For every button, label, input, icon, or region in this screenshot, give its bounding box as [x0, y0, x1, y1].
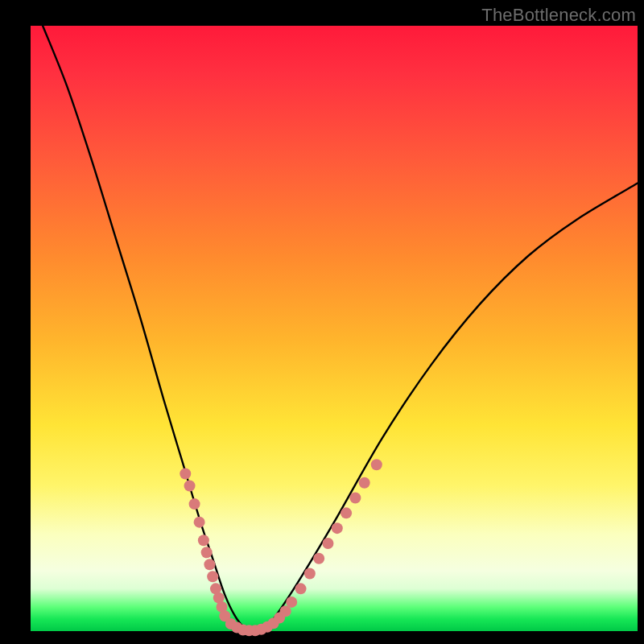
chart-frame: TheBottleneck.com — [0, 0, 644, 644]
highlight-dot — [286, 597, 297, 608]
chart-svg — [31, 26, 638, 631]
highlight-dot — [304, 568, 316, 580]
highlight-dot — [313, 553, 324, 564]
highlight-dot — [349, 493, 361, 504]
highlight-dot — [194, 517, 205, 528]
highlight-dots-right — [286, 459, 382, 608]
highlight-dot — [295, 583, 307, 594]
highlight-dot — [180, 468, 191, 479]
plot-area — [31, 26, 638, 631]
highlight-dot — [371, 459, 382, 470]
highlight-dots-bottom — [225, 605, 291, 636]
watermark-text: TheBottleneck.com — [481, 5, 636, 26]
highlight-dot — [189, 498, 200, 510]
highlight-dot — [198, 535, 209, 546]
highlight-dot — [332, 522, 343, 534]
bottleneck-curve-path — [43, 26, 638, 633]
highlight-dot — [341, 507, 352, 518]
highlight-dot — [201, 547, 213, 558]
highlight-dot — [207, 571, 218, 582]
highlight-dot — [184, 481, 196, 492]
highlight-dots-left — [180, 468, 230, 621]
highlight-dot — [204, 559, 215, 570]
highlight-dot — [322, 538, 333, 549]
highlight-dot — [359, 477, 370, 489]
